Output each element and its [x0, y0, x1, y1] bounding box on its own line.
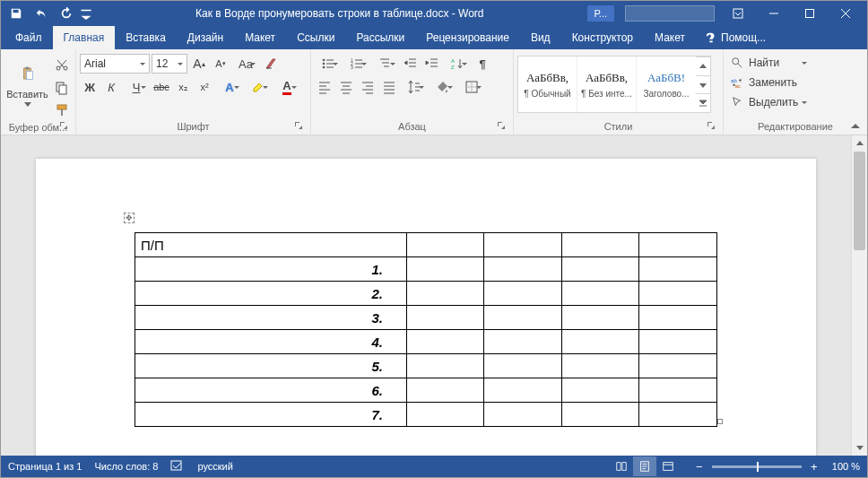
align-center-icon[interactable]: [336, 77, 356, 97]
web-layout-icon[interactable]: [656, 456, 680, 476]
justify-icon[interactable]: [379, 77, 399, 97]
style-no-spacing[interactable]: АаБбВв,¶ Без инте...: [577, 56, 637, 112]
page[interactable]: ✥ П/П 1. 2. 3. 4. 5. 6. 7.: [36, 159, 816, 456]
line-spacing-button[interactable]: [401, 77, 428, 97]
svg-point-21: [733, 58, 739, 65]
svg-rect-6: [25, 67, 29, 70]
font-name-combo[interactable]: Arial: [80, 54, 150, 74]
scroll-up-icon[interactable]: [852, 135, 867, 152]
grow-font-icon[interactable]: A▴: [189, 54, 209, 74]
replace-button[interactable]: abacЗаменить: [731, 74, 807, 91]
format-painter-icon[interactable]: [52, 100, 72, 120]
highlight-button[interactable]: [245, 77, 272, 97]
style-heading1[interactable]: АаБбВ!Заголово...: [637, 56, 696, 112]
extra-tab[interactable]: Р...: [587, 5, 614, 22]
strike-button[interactable]: abc: [152, 77, 171, 97]
qat-customize-icon[interactable]: [80, 3, 92, 24]
svg-rect-24: [171, 461, 181, 470]
scroll-down-icon[interactable]: [852, 439, 867, 456]
zoom-out-button[interactable]: −: [692, 460, 707, 474]
document-table[interactable]: П/П 1. 2. 3. 4. 5. 6. 7.: [135, 232, 717, 427]
svg-point-13: [323, 63, 326, 65]
font-color-button[interactable]: A: [273, 77, 300, 97]
dialog-launcher-icon[interactable]: [58, 121, 69, 132]
gallery-scroll[interactable]: [696, 56, 710, 112]
increase-indent-icon[interactable]: [422, 54, 442, 74]
tab-references[interactable]: Ссылки: [286, 26, 345, 49]
save-icon[interactable]: [4, 3, 28, 24]
table-anchor-icon[interactable]: ✥: [124, 213, 135, 223]
dialog-launcher-icon[interactable]: [293, 121, 304, 132]
status-language[interactable]: русский: [197, 461, 232, 472]
group-font: Arial 12 A▴ A▾ Aa Ж К Ч abc x₂ x² A A Шр…: [76, 49, 311, 135]
ribbon: Вставить Буфер обм... Arial 12 A▴ A▾ Aa …: [1, 49, 867, 135]
tab-insert[interactable]: Вставка: [115, 26, 177, 49]
collapse-ribbon-icon[interactable]: [847, 120, 864, 133]
show-marks-icon[interactable]: ¶: [473, 54, 492, 74]
scrollbar-thumb[interactable]: [854, 152, 865, 250]
undo-icon[interactable]: [30, 3, 53, 24]
tab-layout[interactable]: Макет: [234, 26, 286, 49]
styles-gallery[interactable]: АаБбВв,¶ Обычный АаБбВв,¶ Без инте... Аа…: [517, 56, 711, 113]
table-row: 1.: [135, 257, 717, 282]
subscript-button[interactable]: x₂: [173, 77, 193, 97]
italic-button[interactable]: К: [101, 77, 121, 97]
status-page[interactable]: Страница 1 из 1: [8, 461, 82, 472]
read-mode-icon[interactable]: [610, 456, 633, 476]
cut-icon[interactable]: [52, 56, 72, 75]
tab-file[interactable]: Файл: [4, 26, 53, 49]
ribbon-options-icon[interactable]: [720, 2, 756, 25]
close-icon[interactable]: [828, 2, 864, 25]
table-resize-handle[interactable]: [717, 419, 723, 424]
dialog-launcher-icon[interactable]: [706, 121, 716, 132]
group-label-paragraph: Абзац: [315, 119, 509, 135]
minimize-icon[interactable]: [756, 2, 792, 25]
clear-format-icon[interactable]: [261, 54, 281, 74]
svg-rect-10: [57, 105, 66, 109]
align-right-icon[interactable]: [358, 77, 378, 97]
group-label-editing: Редактирование: [727, 119, 864, 135]
tab-review[interactable]: Рецензирование: [415, 26, 520, 49]
shrink-font-icon[interactable]: A▾: [211, 54, 230, 74]
maximize-icon[interactable]: [792, 2, 828, 25]
superscript-button[interactable]: x²: [195, 77, 214, 97]
view-buttons: [610, 456, 680, 476]
font-size-combo[interactable]: 12: [152, 54, 187, 74]
tab-table-design[interactable]: Конструктор: [561, 26, 644, 49]
status-words[interactable]: Число слов: 8: [94, 461, 158, 472]
change-case-button[interactable]: Aa: [232, 54, 259, 74]
decrease-indent-icon[interactable]: [401, 54, 421, 74]
bold-button[interactable]: Ж: [80, 77, 100, 97]
zoom-in-button[interactable]: +: [807, 460, 821, 474]
select-button[interactable]: Выделить: [731, 93, 807, 111]
tab-view[interactable]: Вид: [520, 26, 561, 49]
multilevel-button[interactable]: [372, 54, 399, 74]
style-normal[interactable]: АаБбВв,¶ Обычный: [518, 56, 577, 112]
bullets-button[interactable]: [315, 54, 342, 74]
tab-table-layout[interactable]: Макет: [644, 26, 696, 49]
zoom-value[interactable]: 100 %: [832, 461, 860, 472]
chevron-down-icon: [24, 102, 31, 107]
zoom-slider[interactable]: [712, 465, 802, 468]
copy-icon[interactable]: [52, 78, 72, 98]
vertical-scrollbar[interactable]: [851, 135, 867, 456]
spellcheck-icon[interactable]: [170, 459, 185, 474]
underline-button[interactable]: Ч: [123, 77, 150, 97]
account-placeholder[interactable]: [625, 5, 715, 22]
tab-design[interactable]: Дизайн: [177, 26, 234, 49]
paste-button[interactable]: Вставить: [4, 52, 50, 115]
tab-home[interactable]: Главная: [53, 26, 116, 49]
find-button[interactable]: Найти: [731, 54, 807, 72]
dialog-launcher-icon[interactable]: [496, 121, 507, 132]
print-layout-icon[interactable]: [633, 456, 656, 476]
text-effects-button[interactable]: A: [216, 77, 243, 97]
align-left-icon[interactable]: [315, 77, 334, 97]
tab-mailings[interactable]: Рассылки: [345, 26, 415, 49]
redo-icon[interactable]: [55, 3, 78, 24]
table-header-cell[interactable]: П/П: [135, 233, 407, 257]
numbering-button[interactable]: 123: [343, 54, 370, 74]
shading-button[interactable]: [430, 77, 456, 97]
tell-me[interactable]: Помощ...: [696, 26, 775, 49]
borders-button[interactable]: [458, 77, 485, 97]
sort-button[interactable]: AZ: [444, 54, 471, 74]
